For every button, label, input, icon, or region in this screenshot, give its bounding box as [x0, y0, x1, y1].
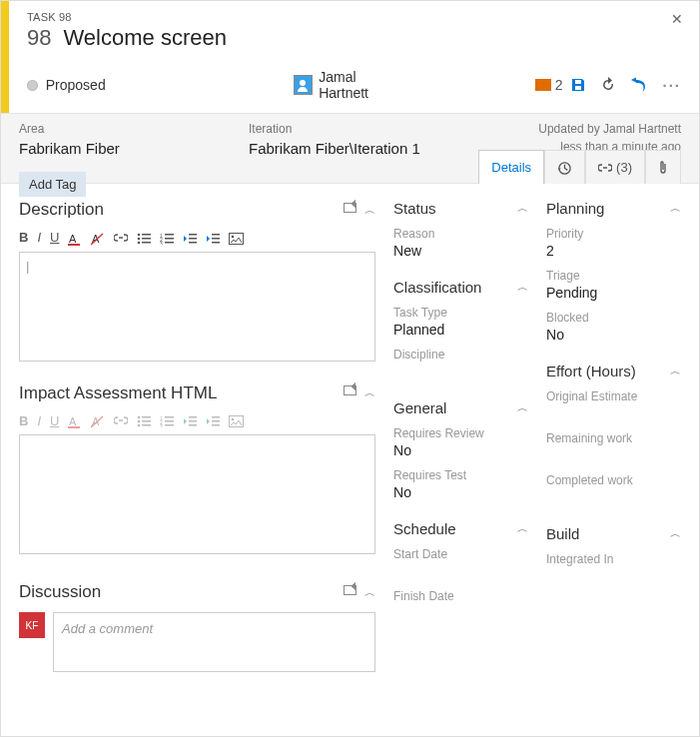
svg-point-10 [138, 242, 141, 245]
svg-rect-3 [68, 244, 80, 246]
svg-rect-9 [142, 238, 151, 240]
refresh-icon[interactable] [600, 77, 616, 93]
rich-toolbar: B I U A A 123 [19, 228, 375, 248]
comment-icon [535, 79, 551, 91]
bold-icon[interactable]: B [19, 230, 28, 245]
priority-value[interactable]: 2 [546, 243, 681, 259]
status-heading: Status [393, 200, 436, 217]
completed-value[interactable] [546, 489, 681, 505]
tab-links[interactable]: (3) [585, 150, 645, 184]
save-icon[interactable] [570, 77, 586, 93]
chevron-up-icon[interactable]: ︿ [364, 203, 375, 218]
tab-attachments[interactable] [645, 150, 681, 184]
chevron-up-icon[interactable]: ︿ [517, 521, 528, 536]
blocked-label: Blocked [546, 311, 681, 325]
chevron-up-icon[interactable]: ︿ [517, 280, 528, 295]
discussion-heading: Discussion [19, 582, 101, 602]
chevron-up-icon[interactable]: ︿ [670, 526, 681, 541]
maximize-icon[interactable] [344, 585, 356, 595]
tab-history[interactable] [544, 150, 585, 184]
chevron-up-icon[interactable]: ︿ [517, 201, 528, 216]
tasktype-label: Task Type [393, 306, 528, 320]
svg-text:A: A [69, 415, 77, 427]
indent-icon[interactable] [206, 230, 220, 245]
workitem-title[interactable]: Welcome screen [63, 25, 226, 51]
blocked-value[interactable]: No [546, 327, 681, 343]
tab-details[interactable]: Details [478, 150, 544, 184]
workitem-type-label: TASK 98 [27, 11, 681, 23]
svg-rect-27 [68, 426, 80, 428]
underline-icon[interactable]: U [50, 230, 59, 245]
more-actions-icon[interactable]: ··· [662, 77, 681, 94]
maximize-icon[interactable] [344, 385, 356, 395]
add-tag-button[interactable]: Add Tag [19, 172, 86, 197]
fontcolor-icon: A [68, 413, 82, 429]
bullets-icon[interactable] [137, 230, 151, 245]
outdent-icon [183, 413, 197, 428]
discipline-value[interactable] [393, 364, 528, 379]
chevron-up-icon[interactable]: ︿ [670, 364, 681, 378]
orig-estimate-value[interactable] [546, 405, 681, 421]
clear-format-icon[interactable]: A [91, 230, 105, 246]
assignee-field[interactable]: Jamal Hartnett [294, 69, 407, 101]
image-icon[interactable] [229, 230, 244, 245]
remaining-value[interactable] [546, 447, 681, 463]
svg-point-8 [138, 238, 141, 241]
chevron-up-icon[interactable]: ︿ [670, 201, 681, 216]
history-icon [557, 160, 572, 176]
rich-toolbar-disabled: B I U A A 123 [19, 411, 375, 431]
chevron-up-icon[interactable]: ︿ [517, 400, 528, 415]
description-textarea[interactable]: | [19, 252, 375, 362]
req-review-value[interactable]: No [393, 442, 528, 458]
area-label: Area [19, 122, 213, 136]
svg-rect-20 [189, 242, 197, 244]
close-icon[interactable]: ✕ [671, 11, 683, 27]
outdent-icon[interactable] [183, 230, 197, 245]
svg-rect-37 [165, 416, 174, 418]
assignee-name: Jamal Hartnett [319, 69, 406, 101]
svg-rect-42 [189, 416, 197, 418]
area-value[interactable]: Fabrikam Fiber [19, 140, 213, 157]
impact-heading: Impact Assessment HTML [19, 383, 217, 403]
build-heading: Build [546, 525, 579, 542]
svg-rect-17 [165, 242, 174, 244]
accent-bar [1, 1, 9, 113]
start-date-value[interactable] [393, 563, 528, 579]
comments-link[interactable]: 2 [535, 77, 563, 93]
svg-text:A: A [69, 233, 77, 245]
indent-icon [206, 413, 220, 428]
svg-rect-7 [142, 234, 151, 236]
comment-input[interactable]: Add a comment [53, 612, 375, 672]
image-icon [229, 413, 244, 428]
clear-format-icon: A [91, 413, 105, 429]
svg-rect-22 [212, 238, 220, 240]
state-value[interactable]: Proposed [46, 77, 106, 93]
discipline-label: Discipline [393, 348, 528, 362]
undo-icon[interactable] [630, 77, 648, 93]
iteration-value[interactable]: Fabrikam Fiber\Iteration 1 [249, 140, 442, 157]
effort-heading: Effort (Hours) [546, 363, 636, 379]
fontcolor-icon[interactable]: A [68, 230, 82, 246]
link-icon [598, 160, 612, 175]
maximize-icon[interactable] [344, 203, 356, 213]
req-test-value[interactable]: No [393, 484, 528, 500]
bullets-icon [137, 413, 151, 428]
link-btn-icon [114, 413, 128, 428]
req-review-label: Requires Review [393, 426, 528, 440]
chevron-up-icon[interactable]: ︿ [364, 385, 375, 400]
svg-rect-46 [212, 420, 220, 422]
link-btn-icon[interactable] [114, 230, 128, 245]
planning-heading: Planning [546, 200, 604, 217]
italic-icon[interactable]: I [37, 230, 41, 245]
schedule-heading: Schedule [393, 520, 456, 537]
svg-rect-18 [189, 234, 197, 236]
reason-value[interactable]: New [393, 243, 528, 259]
impact-textarea[interactable] [19, 434, 375, 554]
svg-rect-47 [212, 424, 220, 426]
triage-value[interactable]: Pending [546, 285, 681, 301]
numbered-icon[interactable]: 123 [160, 230, 174, 245]
tasktype-value[interactable]: Planned [393, 322, 528, 338]
numbered-icon: 123 [160, 413, 174, 428]
chevron-up-icon[interactable]: ︿ [364, 585, 375, 600]
priority-label: Priority [546, 227, 681, 241]
